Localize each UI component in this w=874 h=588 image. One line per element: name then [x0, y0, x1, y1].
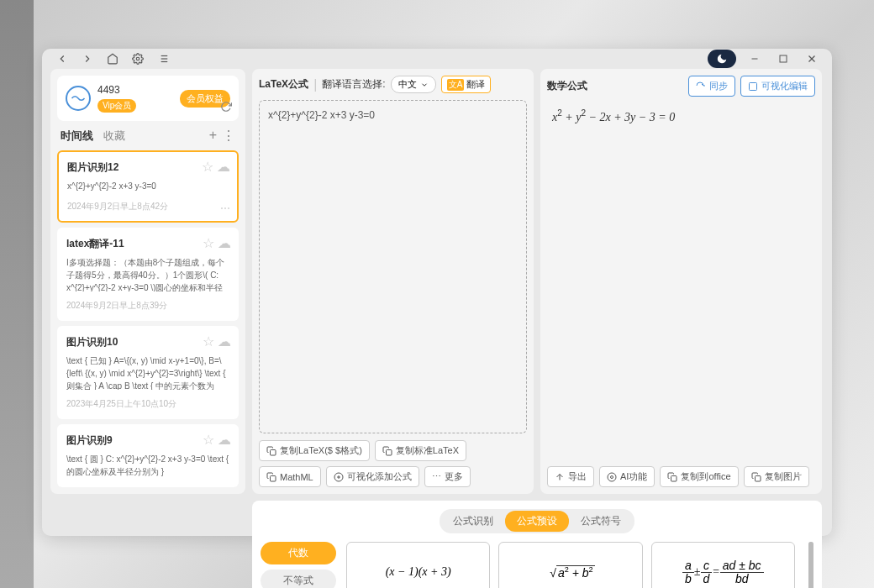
app-window: 4493 Vip会员 会员权益 时间线 收藏 + ⋮ ☆☁ 图片识别12 x^{…	[42, 49, 832, 536]
history-list: ☆☁ 图片识别12 x^{2}+y^{2}-2 x+3 y-3=0 2024年9…	[57, 150, 239, 487]
cat-inequality[interactable]: 不等式	[261, 570, 336, 588]
copy-image-button[interactable]: 复制图片	[744, 466, 809, 487]
titlebar	[42, 49, 832, 69]
star-icon[interactable]: ☆	[202, 159, 213, 175]
svg-rect-11	[271, 449, 276, 455]
maximize-button[interactable]	[773, 49, 793, 69]
svg-rect-17	[750, 82, 757, 90]
history-item[interactable]: ☆☁ 图片识别12 x^{2}+y^{2}-2 x+3 y-3=0 2024年9…	[57, 150, 239, 223]
copy-office-button[interactable]: 复制到office	[660, 466, 738, 487]
mathml-button[interactable]: MathML	[259, 466, 321, 487]
copy-latex-std-button[interactable]: 复制标准LaTeX	[375, 440, 466, 461]
svg-rect-20	[671, 475, 677, 481]
svg-rect-12	[386, 449, 392, 455]
avatar[interactable]	[66, 86, 91, 111]
timeline-header: 时间线 收藏 + ⋮	[57, 128, 239, 144]
minimize-button[interactable]	[745, 49, 765, 69]
lang-label: 翻译语言选择:	[322, 77, 385, 92]
ai-button[interactable]: AI功能	[599, 466, 655, 487]
list-button[interactable]	[153, 49, 173, 69]
svg-rect-13	[271, 475, 276, 481]
latex-panel: LaTeX公式 | 翻译语言选择: 中文 文A翻译 x^{2}+y^{2}-2 …	[252, 69, 534, 494]
history-item[interactable]: ☆☁ 图片识别9 \text { 圆 } C: x^{2}+y^{2}-2 x+…	[57, 424, 239, 487]
history-item[interactable]: ☆☁ 图片识别10 \text { 已知 } A=\{(x, y) \mid x…	[57, 326, 239, 419]
item-more-button[interactable]: ⋯	[220, 202, 230, 214]
cloud-icon[interactable]: ☁	[218, 432, 231, 448]
more-menu-button[interactable]: ⋮	[222, 128, 235, 144]
close-button[interactable]	[802, 49, 822, 69]
nav-forward-button[interactable]	[77, 49, 97, 69]
visual-add-button[interactable]: 可视化添加公式	[326, 466, 419, 487]
user-name: 4493	[97, 84, 136, 96]
home-button[interactable]	[103, 49, 123, 69]
cloud-icon[interactable]: ☁	[218, 235, 231, 251]
history-item[interactable]: ☆☁ latex翻译-11 I多项选择题：（本题由8个子题组成，每个子题得5分，…	[57, 228, 239, 321]
star-icon[interactable]: ☆	[203, 235, 214, 251]
nav-back-button[interactable]	[52, 49, 72, 69]
star-icon[interactable]: ☆	[203, 333, 214, 349]
math-preview: x2 + y2 − 2x + 3y − 3 = 0	[547, 103, 815, 129]
star-icon[interactable]: ☆	[203, 432, 214, 448]
user-card: 4493 Vip会员 会员权益	[57, 76, 239, 121]
svg-rect-21	[755, 475, 761, 481]
svg-point-18	[611, 475, 613, 478]
add-button[interactable]: +	[209, 128, 217, 144]
translate-button[interactable]: 文A翻译	[441, 76, 492, 93]
cat-algebra[interactable]: 代数	[261, 542, 336, 564]
category-list: 代数 不等式 积分 几何 三角	[261, 542, 336, 588]
formula-preset[interactable]: (x − 1)(x + 3)	[346, 542, 490, 588]
formula-grid: (x − 1)(x + 3) a2 + b2 ab ± cd = ad ± bc…	[346, 542, 795, 588]
svg-point-0	[136, 57, 140, 60]
math-panel: 数学公式 同步 可视化编辑 x2 + y2 − 2x + 3y − 3 = 0 …	[540, 69, 822, 494]
refresh-icon[interactable]	[220, 101, 232, 116]
tab-timeline[interactable]: 时间线	[61, 129, 93, 144]
latex-title: LaTeX公式	[259, 77, 308, 92]
more-button[interactable]: ⋯ 更多	[424, 466, 471, 487]
scrollbar[interactable]	[808, 542, 813, 588]
cloud-icon[interactable]: ☁	[218, 333, 231, 349]
vip-tag: Vip会员	[97, 99, 136, 113]
tab-formula-preset[interactable]: 公式预设	[505, 511, 569, 532]
formula-preset[interactable]: ab ± cd = ad ± bcbd	[651, 542, 795, 588]
visual-edit-button[interactable]: 可视化编辑	[740, 76, 815, 97]
sync-button[interactable]: 同步	[688, 76, 735, 97]
export-button[interactable]: 导出	[547, 466, 594, 487]
tab-formula-recognition[interactable]: 公式识别	[441, 511, 505, 532]
svg-rect-8	[780, 55, 787, 62]
language-select[interactable]: 中文	[391, 76, 436, 93]
tab-favorites[interactable]: 收藏	[103, 129, 125, 144]
latex-input[interactable]: x^{2}+y^{2}-2 x+3 y-3=0	[259, 100, 527, 433]
theme-toggle[interactable]	[708, 50, 736, 68]
cloud-icon[interactable]: ☁	[217, 159, 230, 175]
copy-latex-dollar-button[interactable]: 复制LaTeX($ $格式)	[259, 440, 370, 461]
settings-button[interactable]	[128, 49, 148, 69]
preset-panel: 公式识别 公式预设 公式符号 代数 不等式 积分 几何 三角 (x − 1)(x…	[252, 501, 822, 588]
tab-formula-symbol[interactable]: 公式符号	[569, 511, 633, 532]
formula-preset[interactable]: a2 + b2	[498, 542, 642, 588]
math-title: 数学公式	[547, 79, 587, 93]
sidebar: 4493 Vip会员 会员权益 时间线 收藏 + ⋮ ☆☁ 图片识别12 x^{…	[50, 69, 245, 494]
svg-point-19	[608, 473, 616, 481]
